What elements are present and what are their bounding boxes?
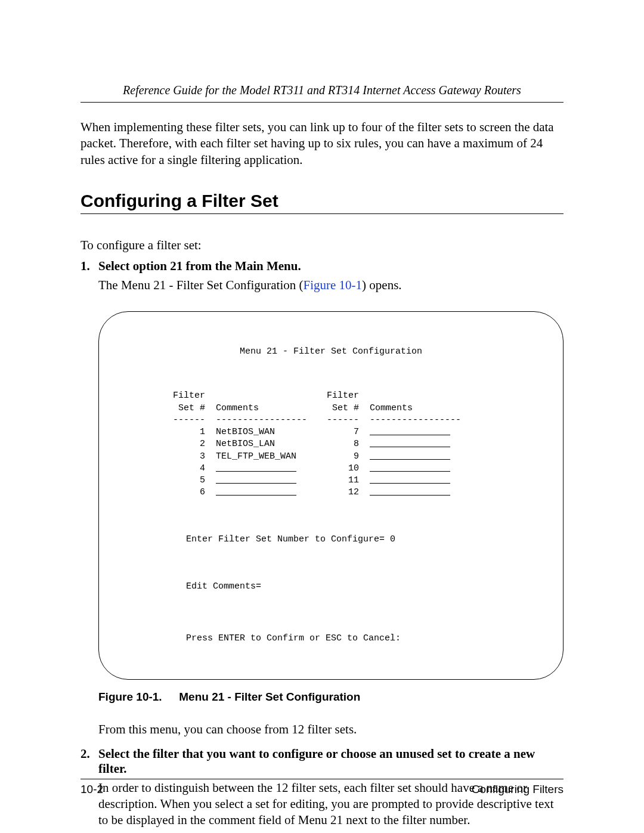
terminal-divider: ------ xyxy=(163,414,216,426)
terminal-divider: ----------------- xyxy=(370,414,459,426)
footer-section-title: Configuring Filters xyxy=(472,783,564,796)
terminal-screenshot: Menu 21 - Filter Set Configuration Filte… xyxy=(98,311,564,680)
page-number: 10-2 xyxy=(80,783,103,796)
terminal-cell: 5 xyxy=(163,475,216,487)
terminal-blank: _______________ xyxy=(216,463,296,475)
terminal-col-hdr: Set # xyxy=(317,402,370,414)
terminal-table: Filter Filter Set #CommentsSet #Comments… xyxy=(163,378,459,511)
figure-number: Figure 10-1. xyxy=(98,690,176,704)
section-heading: Configuring a Filter Set xyxy=(80,191,564,211)
terminal-prompt-3: Press ENTER to Confirm or ESC to Cancel: xyxy=(120,633,541,645)
terminal-blank: _______________ xyxy=(370,463,450,475)
footer-rule xyxy=(80,779,564,779)
terminal-title: Menu 21 - Filter Set Configuration xyxy=(120,346,541,358)
terminal-blank: _______________ xyxy=(370,438,450,450)
header-rule xyxy=(80,102,564,103)
terminal-col-hdr: Set # xyxy=(163,402,216,414)
running-header: Reference Guide for the Model RT311 and … xyxy=(80,83,564,102)
step-2-heading: Select the filter that you want to confi… xyxy=(98,747,564,776)
terminal-cell: 6 xyxy=(163,487,216,498)
terminal-col-hdr: Filter xyxy=(317,390,370,402)
terminal-col-hdr: Comments xyxy=(370,402,459,414)
terminal-cell: NetBIOS_LAN xyxy=(216,438,317,450)
terminal-col-hdr: Comments xyxy=(216,402,317,414)
terminal-divider: ----------------- xyxy=(216,414,317,426)
terminal-cell: 1 xyxy=(163,426,216,438)
step-1-after-figure: From this menu, you can choose from 12 f… xyxy=(98,721,564,738)
step-1-body: The Menu 21 - Filter Set Configuration (… xyxy=(98,277,564,293)
lead-sentence: To configure a filter set: xyxy=(80,238,564,253)
terminal-blank: _______________ xyxy=(216,487,296,498)
terminal-cell: 12 xyxy=(317,487,370,498)
figure-title: Menu 21 - Filter Set Configuration xyxy=(179,690,360,703)
figure-cross-reference[interactable]: Figure 10-1 xyxy=(304,278,363,292)
terminal-cell: 11 xyxy=(317,475,370,487)
step-1-body-pre: The Menu 21 - Filter Set Configuration ( xyxy=(98,278,304,292)
terminal-cell: 7 xyxy=(317,426,370,438)
terminal-cell: NetBIOS_WAN xyxy=(216,426,317,438)
terminal-cell: 2 xyxy=(163,438,216,450)
terminal-prompt-1: Enter Filter Set Number to Configure= 0 xyxy=(120,534,541,546)
terminal-divider: ------ xyxy=(317,414,370,426)
step-1-heading: Select option 21 from the Main Menu. xyxy=(98,259,564,274)
terminal-cell: 8 xyxy=(317,438,370,450)
terminal-cell: 4 xyxy=(163,463,216,475)
figure-caption: Figure 10-1. Menu 21 - Filter Set Config… xyxy=(98,690,564,704)
terminal-blank: _______________ xyxy=(370,426,450,438)
terminal-blank: _______________ xyxy=(370,451,450,463)
step-1: Select option 21 from the Main Menu. The… xyxy=(80,259,564,738)
intro-paragraph: When implementing these filter sets, you… xyxy=(80,119,564,168)
step-1-body-post: ) opens. xyxy=(362,278,402,292)
section-rule xyxy=(80,213,564,214)
terminal-cell: 9 xyxy=(317,451,370,463)
terminal-prompt-2: Edit Comments= xyxy=(120,581,541,593)
terminal-cell: 3 xyxy=(163,451,216,463)
terminal-col-hdr: Filter xyxy=(163,390,216,402)
terminal-cell: 10 xyxy=(317,463,370,475)
terminal-cell: TEL_FTP_WEB_WAN xyxy=(216,451,317,463)
terminal-blank: _______________ xyxy=(370,475,450,487)
terminal-blank: _______________ xyxy=(370,487,450,498)
terminal-blank: _______________ xyxy=(216,475,296,487)
